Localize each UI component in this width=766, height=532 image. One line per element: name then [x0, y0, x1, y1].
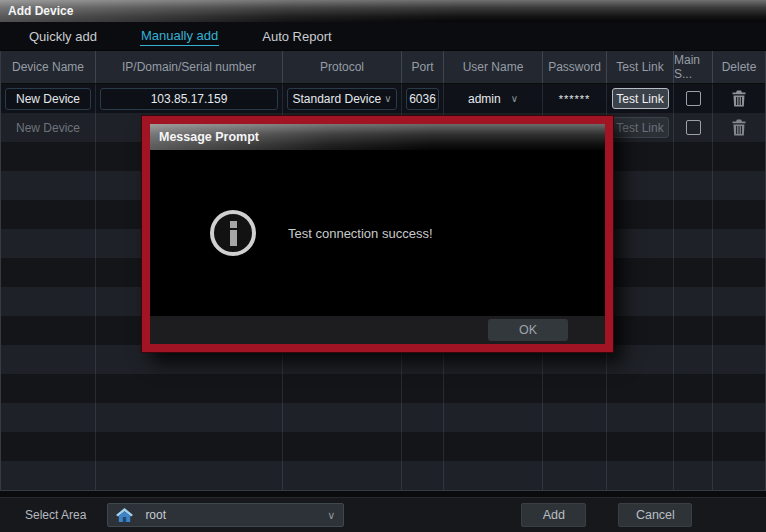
tab-manually-add[interactable]: Manually add	[140, 26, 219, 46]
chevron-down-icon: ∨	[511, 94, 518, 104]
trash-icon[interactable]	[731, 119, 747, 136]
table-row-empty	[1, 432, 765, 461]
test-link-button[interactable]: Test Link	[612, 117, 669, 138]
ok-button[interactable]: OK	[488, 319, 568, 341]
col-main-stream: Main S...	[674, 51, 713, 83]
dialog-message: Test connection success!	[288, 226, 433, 241]
col-protocol: Protocol	[283, 51, 402, 83]
username-select[interactable]: admin∨	[468, 92, 518, 106]
window-titlebar: Add Device	[0, 0, 766, 22]
main-stream-checkbox[interactable]	[686, 120, 701, 135]
footer-bar: Select Area root ∨ Add Cancel	[0, 497, 766, 532]
dialog-body: Test connection success!	[150, 150, 605, 316]
tab-bar: Quickly add Manually add Auto Report	[0, 22, 766, 51]
device-name-input[interactable]: New Device	[5, 88, 91, 110]
info-icon	[210, 210, 256, 256]
table-row-device-1[interactable]: New Device 103.85.17.159 Standard Device…	[1, 84, 765, 113]
trash-icon[interactable]	[731, 90, 747, 107]
dialog-footer: OK	[150, 316, 605, 344]
ip-address-input[interactable]: 103.85.17.159	[100, 88, 278, 110]
col-ip-domain-serial: IP/Domain/Serial number	[96, 51, 283, 83]
col-user-name: User Name	[444, 51, 543, 83]
username-value: admin	[468, 92, 501, 106]
home-icon	[116, 508, 133, 522]
protocol-value: Standard Device	[292, 92, 381, 106]
window-title: Add Device	[8, 4, 73, 18]
main-stream-checkbox[interactable]	[686, 91, 701, 106]
table-row-empty	[1, 461, 765, 490]
chevron-down-icon: ∨	[327, 510, 335, 521]
col-port: Port	[402, 51, 444, 83]
port-input[interactable]: 6036	[406, 88, 439, 110]
chevron-down-icon: ∨	[384, 94, 391, 104]
protocol-select[interactable]: Standard Device∨	[287, 88, 397, 110]
table-row-empty	[1, 403, 765, 432]
add-device-window: Add Device Quickly add Manually add Auto…	[0, 0, 766, 532]
select-area-label: Select Area	[25, 508, 86, 522]
test-link-button[interactable]: Test Link	[612, 88, 669, 109]
tab-quickly-add[interactable]: Quickly add	[28, 27, 98, 46]
area-select-dropdown[interactable]: root ∨	[107, 503, 344, 527]
col-password: Password	[543, 51, 607, 83]
message-prompt-dialog: Message Prompt Test connection success! …	[142, 116, 613, 352]
tab-auto-report[interactable]: Auto Report	[261, 27, 332, 46]
add-button[interactable]: Add	[521, 503, 586, 527]
col-test-link: Test Link	[607, 51, 674, 83]
device-name-text: New Device	[16, 121, 80, 135]
dialog-titlebar: Message Prompt	[150, 124, 605, 150]
col-device-name: Device Name	[1, 51, 96, 83]
col-delete: Delete	[713, 51, 765, 83]
table-row-empty	[1, 374, 765, 403]
area-select-value: root	[145, 508, 315, 522]
password-field[interactable]: ******	[559, 93, 591, 105]
cancel-button[interactable]: Cancel	[618, 503, 692, 527]
table-header: Device Name IP/Domain/Serial number Prot…	[1, 51, 765, 84]
dialog-title: Message Prompt	[159, 130, 259, 144]
